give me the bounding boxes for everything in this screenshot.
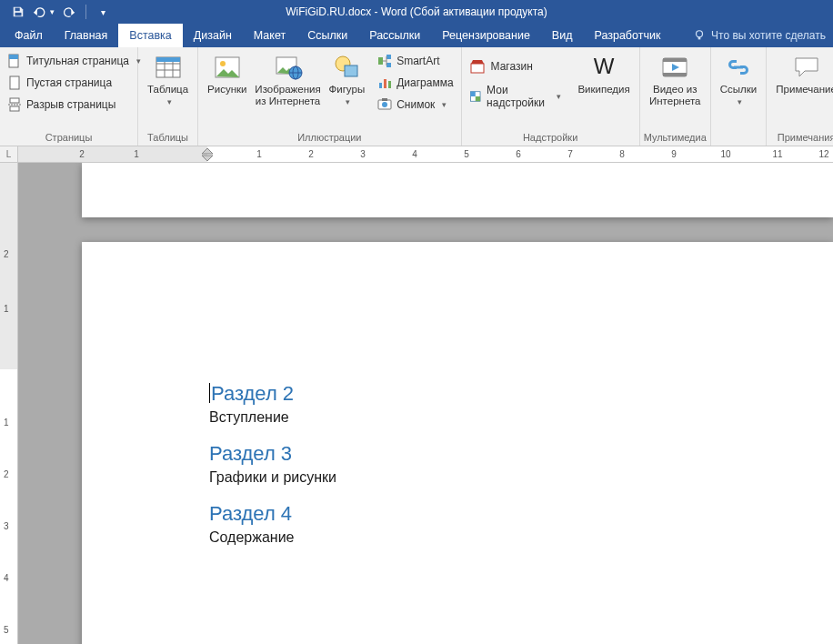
save-icon — [12, 5, 25, 18]
tab-references[interactable]: Ссылки — [296, 24, 358, 47]
tab-file[interactable]: Файл — [4, 24, 54, 47]
horizontal-ruler[interactable]: 2 1 1 2 3 4 5 6 7 8 9 10 11 12 — [18, 146, 833, 163]
smartart-icon — [377, 54, 392, 68]
quick-access-toolbar: ▾ ▾ — [0, 2, 114, 22]
screenshot-icon — [377, 97, 392, 112]
comment-button[interactable]: Примечание — [770, 51, 833, 96]
redo-icon — [63, 5, 75, 18]
page-break-button[interactable]: Разрыв страницы — [4, 95, 145, 115]
svg-rect-36 — [475, 96, 479, 101]
redo-button[interactable] — [58, 2, 80, 22]
screenshot-button[interactable]: Снимок▾ — [374, 95, 457, 115]
group-comments-label: Примечания — [770, 130, 833, 146]
shapes-button[interactable]: Фигуры▾ — [324, 51, 371, 107]
svg-rect-39 — [663, 58, 687, 62]
page[interactable]: Раздел 2 Вступление Раздел 3 Графики и р… — [82, 242, 833, 644]
svg-point-17 — [220, 61, 226, 66]
svg-rect-24 — [378, 57, 383, 65]
video-icon — [660, 53, 689, 82]
group-links: Ссылки▾ — [711, 47, 768, 146]
group-links-label — [715, 130, 763, 146]
paragraph-graphics[interactable]: Графики и рисунки — [209, 469, 833, 486]
tab-view[interactable]: Вид — [541, 24, 584, 47]
svg-rect-29 — [388, 81, 391, 88]
tab-mailings[interactable]: Рассылки — [358, 24, 431, 47]
svg-rect-41 — [734, 66, 743, 69]
ruler-corner: L — [0, 146, 18, 163]
page-break-icon — [7, 97, 22, 112]
group-media: Видео из Интернета Мультимедиа — [640, 47, 711, 146]
links-button[interactable]: Ссылки▾ — [715, 51, 763, 107]
svg-text:W: W — [594, 54, 615, 78]
group-tables: Таблица▾ Таблицы — [138, 47, 198, 146]
undo-button[interactable]: ▾ — [33, 2, 55, 22]
svg-rect-7 — [10, 98, 19, 103]
svg-rect-35 — [470, 92, 475, 96]
tell-me-search[interactable]: Что вы хотите сделать — [686, 24, 833, 47]
heading-section-3[interactable]: Раздел 3 — [209, 442, 833, 466]
ruler-margin-shade — [18, 146, 207, 162]
chart-button[interactable]: Диаграмма — [374, 73, 457, 93]
group-addins-label: Надстройки — [466, 130, 636, 146]
svg-rect-32 — [382, 98, 387, 101]
group-pages-label: Страницы — [4, 130, 134, 146]
table-button[interactable]: Таблица▾ — [142, 51, 194, 107]
tab-insert[interactable]: Вставка — [118, 24, 182, 47]
tab-developer[interactable]: Разработчик — [583, 24, 671, 47]
paragraph-intro[interactable]: Вступление — [209, 409, 833, 426]
svg-rect-33 — [471, 64, 484, 73]
blank-page-icon — [7, 75, 22, 90]
group-media-label: Мультимедиа — [644, 130, 707, 146]
link-icon — [724, 53, 753, 82]
cover-page-button[interactable]: Титульная страница▾ — [4, 51, 145, 71]
qat-customize-button[interactable]: ▾ — [92, 2, 114, 22]
comment-icon — [792, 53, 821, 82]
table-icon — [154, 53, 183, 82]
paragraph-contents[interactable]: Содержание — [209, 529, 833, 546]
heading-section-2[interactable]: Раздел 2 — [209, 382, 833, 406]
wikipedia-button[interactable]: W Википедия — [572, 51, 635, 96]
tab-design[interactable]: Дизайн — [183, 24, 243, 47]
online-pictures-button[interactable]: Изображения из Интернета — [253, 51, 324, 107]
wikipedia-icon: W — [589, 53, 618, 82]
pictures-button[interactable]: Рисунки — [202, 51, 252, 96]
chart-icon — [377, 75, 392, 90]
picture-icon — [213, 53, 242, 82]
cover-page-icon — [7, 54, 22, 68]
svg-rect-8 — [10, 106, 19, 111]
indent-marker-icon[interactable] — [201, 146, 214, 163]
svg-point-2 — [697, 31, 703, 37]
group-tables-label: Таблицы — [142, 130, 194, 146]
document-canvas[interactable]: Раздел 2 Вступление Раздел 3 Графики и р… — [18, 163, 833, 644]
svg-rect-28 — [384, 79, 386, 88]
svg-rect-25 — [386, 55, 391, 59]
tab-layout[interactable]: Макет — [243, 24, 296, 47]
undo-icon — [33, 5, 47, 18]
online-picture-icon — [274, 53, 303, 82]
save-button[interactable] — [7, 2, 29, 22]
svg-rect-3 — [698, 37, 701, 40]
group-comments: Примечание Примечания — [767, 47, 833, 146]
addins-icon — [469, 88, 482, 105]
tab-review[interactable]: Рецензирование — [431, 24, 541, 47]
group-illustrations-label: Иллюстрации — [202, 130, 457, 146]
store-icon — [469, 58, 486, 75]
blank-page-button[interactable]: Пустая страница — [4, 73, 145, 93]
svg-rect-1 — [15, 13, 22, 16]
ribbon-tabs: Файл Главная Вставка Дизайн Макет Ссылки… — [0, 24, 833, 47]
store-button[interactable]: Магазин — [466, 56, 566, 76]
svg-rect-0 — [15, 8, 20, 12]
smartart-button[interactable]: SmartArt — [374, 51, 457, 71]
svg-rect-40 — [663, 73, 687, 76]
tab-home[interactable]: Главная — [54, 24, 119, 47]
svg-rect-15 — [156, 57, 180, 62]
my-addins-button[interactable]: Мои надстройки▾ — [466, 82, 566, 111]
online-video-button[interactable]: Видео из Интернета — [644, 51, 707, 107]
group-illustrations: Рисунки Изображения из Интернета Фигуры▾… — [198, 47, 461, 146]
lightbulb-icon — [693, 29, 706, 42]
svg-rect-5 — [9, 55, 18, 59]
vertical-ruler[interactable]: 2 1 1 2 3 4 5 — [0, 163, 18, 644]
tell-me-label: Что вы хотите сделать — [711, 29, 826, 42]
heading-section-4[interactable]: Раздел 4 — [209, 502, 833, 526]
svg-rect-26 — [386, 63, 391, 67]
